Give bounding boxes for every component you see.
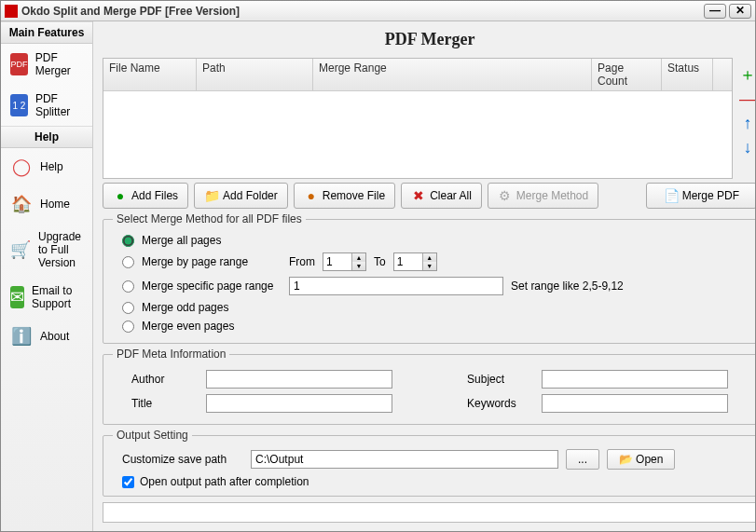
status-bar bbox=[103, 502, 756, 523]
title-bar: Okdo Split and Merge PDF [Free Version] … bbox=[1, 1, 755, 21]
move-down-icon[interactable]: ↓ bbox=[744, 140, 752, 155]
from-spinner[interactable]: ▲▼ bbox=[323, 252, 366, 271]
meta-legend: PDF Meta Information bbox=[113, 348, 229, 361]
sidebar-item-about[interactable]: ℹ️ About bbox=[1, 318, 92, 355]
pdf-export-icon: 📄 bbox=[664, 188, 679, 203]
plus-icon: ● bbox=[113, 188, 128, 203]
sidebar-item-label: Help bbox=[40, 160, 63, 173]
col-page-count[interactable]: Page Count bbox=[592, 59, 662, 90]
btn-label: Add Folder bbox=[223, 189, 278, 202]
keywords-input[interactable] bbox=[542, 394, 728, 413]
window-title: Okdo Split and Merge PDF [Free Version] bbox=[21, 5, 240, 18]
col-status[interactable]: Status bbox=[662, 59, 713, 90]
radio-merge-even[interactable] bbox=[122, 321, 134, 333]
keywords-label: Keywords bbox=[467, 397, 532, 410]
btn-label: Merge Method bbox=[516, 189, 588, 202]
spin-down-icon[interactable]: ▼ bbox=[352, 262, 365, 270]
app-icon bbox=[5, 5, 18, 18]
radio-label: Merge all pages bbox=[142, 234, 221, 247]
title-input[interactable] bbox=[206, 394, 392, 413]
sidebar-item-label: Upgrade to Full Version bbox=[38, 230, 83, 269]
from-input[interactable] bbox=[323, 253, 351, 270]
radio-label: Merge even pages bbox=[142, 320, 234, 333]
radio-label: Merge odd pages bbox=[142, 301, 228, 314]
from-label: From bbox=[289, 255, 315, 268]
table-header: File Name Path Merge Range Page Count St… bbox=[103, 59, 732, 91]
to-input[interactable] bbox=[394, 253, 422, 270]
author-input[interactable] bbox=[206, 370, 392, 389]
move-up-icon[interactable]: ↑ bbox=[744, 116, 752, 130]
col-file-name[interactable]: File Name bbox=[103, 59, 197, 90]
info-icon: ℹ️ bbox=[10, 325, 33, 348]
sidebar-item-help[interactable]: ◯ Help bbox=[1, 148, 92, 185]
sidebar-item-home[interactable]: 🏠 Home bbox=[1, 185, 92, 223]
open-after-checkbox[interactable] bbox=[122, 476, 134, 488]
add-files-button[interactable]: ●Add Files bbox=[103, 183, 188, 209]
output-legend: Output Setting bbox=[113, 429, 192, 442]
radio-merge-specific[interactable] bbox=[122, 280, 134, 293]
spin-up-icon[interactable]: ▲ bbox=[423, 253, 436, 262]
add-folder-button[interactable]: 📁Add Folder bbox=[194, 183, 288, 209]
sidebar-item-label: Email to Support bbox=[32, 284, 83, 310]
merge-method-button[interactable]: ⚙Merge Method bbox=[488, 183, 598, 209]
spin-up-icon[interactable]: ▲ bbox=[352, 253, 365, 262]
to-spinner[interactable]: ▲▼ bbox=[393, 252, 437, 271]
minus-icon: ● bbox=[304, 188, 319, 203]
sidebar-item-pdf-merger[interactable]: PDF PDF Merger bbox=[1, 44, 92, 85]
sidebar-item-label: PDF Merger bbox=[35, 51, 83, 77]
x-icon: ✖ bbox=[411, 188, 426, 203]
btn-label: ... bbox=[578, 453, 587, 466]
open-folder-button[interactable]: 📂Open bbox=[607, 449, 675, 470]
main-panel: PDF Merger File Name Path Merge Range Pa… bbox=[93, 21, 756, 532]
radio-label: Merge by page range bbox=[142, 255, 282, 268]
page-title: PDF Merger bbox=[103, 27, 756, 54]
minimize-button[interactable]: — bbox=[704, 4, 726, 19]
col-path[interactable]: Path bbox=[197, 59, 313, 90]
sidebar-header-help: Help bbox=[1, 126, 92, 148]
sidebar-item-label: About bbox=[40, 330, 69, 343]
col-spacer bbox=[713, 59, 732, 90]
sidebar-item-pdf-splitter[interactable]: 1 2 PDF Splitter bbox=[1, 85, 92, 126]
sidebar-item-label: PDF Splitter bbox=[35, 92, 83, 118]
remove-icon[interactable]: — bbox=[739, 91, 756, 106]
browse-button[interactable]: ... bbox=[566, 449, 599, 470]
sidebar-item-email-support[interactable]: ✉ Email to Support bbox=[1, 277, 92, 318]
list-side-buttons: ＋ — ↑ ↓ bbox=[738, 58, 756, 179]
title-label: Title bbox=[131, 397, 197, 410]
folder-icon: 📂 bbox=[619, 453, 633, 466]
remove-file-button[interactable]: ●Remove File bbox=[294, 183, 395, 209]
save-path-input[interactable] bbox=[251, 450, 558, 469]
add-icon[interactable]: ＋ bbox=[739, 67, 756, 82]
home-icon: 🏠 bbox=[10, 193, 33, 215]
specific-range-input[interactable] bbox=[289, 277, 503, 295]
folder-plus-icon: 📁 bbox=[204, 188, 219, 203]
checkbox-label: Open output path after completion bbox=[140, 475, 309, 488]
close-button[interactable]: ✕ bbox=[729, 4, 751, 19]
to-label: To bbox=[374, 255, 386, 268]
gear-icon: ⚙ bbox=[498, 188, 513, 203]
pdf-splitter-icon: 1 2 bbox=[10, 94, 28, 116]
sidebar: Main Features PDF PDF Merger 1 2 PDF Spl… bbox=[1, 21, 93, 532]
radio-label: Merge specific page range bbox=[142, 280, 282, 293]
author-label: Author bbox=[131, 373, 197, 386]
radio-merge-odd[interactable] bbox=[122, 302, 134, 314]
sidebar-item-upgrade[interactable]: 🛒 Upgrade to Full Version bbox=[1, 223, 92, 277]
radio-merge-all[interactable] bbox=[122, 235, 134, 247]
range-hint: Set range like 2,5-9,12 bbox=[511, 280, 624, 293]
save-path-label: Customize save path bbox=[122, 453, 243, 466]
merge-method-group: Select Merge Method for all PDF files Me… bbox=[103, 212, 756, 344]
file-table[interactable]: File Name Path Merge Range Page Count St… bbox=[103, 58, 733, 179]
toolbar: ●Add Files 📁Add Folder ●Remove File ✖Cle… bbox=[103, 183, 756, 209]
clear-all-button[interactable]: ✖Clear All bbox=[401, 183, 482, 209]
sidebar-item-label: Home bbox=[40, 198, 70, 211]
radio-merge-range[interactable] bbox=[122, 256, 134, 268]
btn-label: Clear All bbox=[430, 189, 472, 202]
subject-input[interactable] bbox=[542, 370, 728, 389]
pdf-merger-icon: PDF bbox=[10, 53, 28, 75]
merge-pdf-button[interactable]: 📄Merge PDF bbox=[646, 183, 756, 209]
meta-group: PDF Meta Information Author Subject Titl… bbox=[103, 348, 756, 425]
col-merge-range[interactable]: Merge Range bbox=[313, 59, 592, 90]
subject-label: Subject bbox=[467, 373, 532, 386]
spin-down-icon[interactable]: ▼ bbox=[423, 262, 436, 270]
btn-label: Add Files bbox=[131, 189, 178, 202]
